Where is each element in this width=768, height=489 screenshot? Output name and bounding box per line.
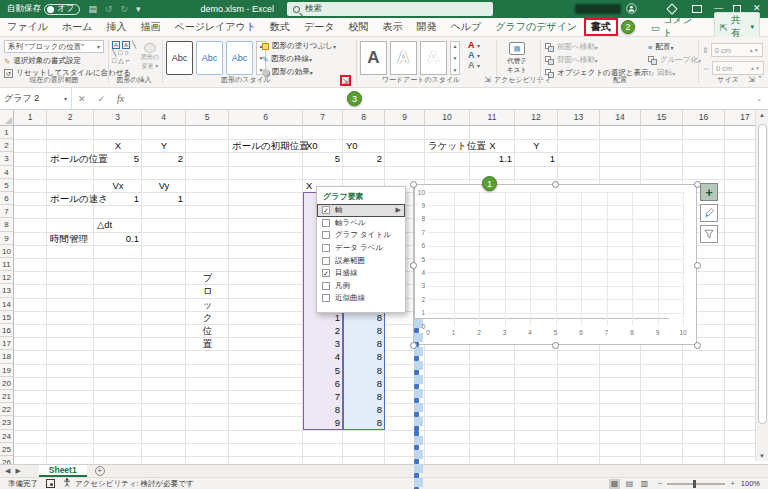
ribbon-tab-データ[interactable]: データ	[297, 18, 341, 36]
menu-item-凡例[interactable]: 凡例	[317, 280, 405, 293]
zoom-in-icon[interactable]: +	[730, 479, 734, 488]
row-header-1[interactable]: 1	[0, 126, 14, 139]
width-spinner[interactable]: 0 cm▲▼	[712, 61, 764, 75]
cell-r3c3[interactable]: 5	[94, 152, 142, 165]
selection-handle[interactable]	[694, 262, 701, 269]
textbox-vert-icon[interactable]: A	[122, 41, 130, 49]
text-outline-button[interactable]: A ▾	[468, 50, 480, 60]
cell-r16c7[interactable]: 2	[303, 324, 343, 337]
row-header-20[interactable]: 20	[0, 377, 14, 390]
cell-r6c4[interactable]: 1	[142, 192, 186, 205]
selection-handle[interactable]	[410, 342, 417, 349]
col-header-17[interactable]: 17	[725, 110, 755, 126]
row-header-6[interactable]: 6	[0, 192, 14, 205]
row-header-2[interactable]: 2	[0, 139, 14, 152]
cell-r23c8[interactable]: 8	[343, 416, 385, 429]
insert-function-icon[interactable]: fx	[117, 93, 124, 104]
cell-r2c7[interactable]: X0	[303, 139, 343, 152]
page-layout-view-icon[interactable]: ▤	[624, 479, 635, 489]
row-header-13[interactable]: 13	[0, 284, 14, 297]
cell-r2c10[interactable]: ラケット位置	[425, 139, 470, 152]
zoom-out-icon[interactable]: −	[658, 479, 662, 488]
alt-text-button[interactable]: ▤ 代替テキスト	[500, 42, 534, 75]
zoom-level[interactable]: 100%	[741, 479, 760, 488]
checkbox-unchecked[interactable]	[322, 282, 330, 290]
change-shape-button[interactable]: 図形の変更 ▾	[140, 43, 160, 71]
wordart-style-3[interactable]: A	[420, 41, 447, 75]
cell-r22c7[interactable]: 8	[303, 403, 343, 416]
rect-icon[interactable]: □	[118, 49, 122, 57]
menu-item-目盛線[interactable]: ✓目盛線	[317, 267, 405, 280]
page-break-view-icon[interactable]: ▥	[639, 479, 650, 489]
textbox-icon[interactable]: A	[112, 41, 120, 49]
cell-r2c6[interactable]: ボールの初期位置	[229, 139, 303, 152]
cell-r2c11[interactable]: X	[470, 139, 515, 152]
cell-r17c8[interactable]: 8	[343, 337, 385, 350]
vertical-scroll-thumb[interactable]	[758, 124, 767, 424]
collapse-ribbon-icon[interactable]: ⌃	[757, 75, 763, 83]
formula-input[interactable]	[130, 88, 750, 109]
col-header-12[interactable]: 12	[515, 110, 558, 126]
wordart-dialog-launcher[interactable]: ⇲	[482, 75, 493, 86]
checkbox-checked[interactable]: ✓	[322, 206, 330, 214]
redo-icon[interactable]: ↻	[120, 4, 128, 14]
col-header-13[interactable]: 13	[558, 110, 600, 126]
cell-r12c5[interactable]: ブ	[186, 271, 229, 284]
line-icon[interactable]: ╲	[132, 41, 136, 49]
ribbon-tab-描画[interactable]: 描画	[133, 18, 167, 36]
row-header-26[interactable]: 26	[0, 456, 14, 464]
menu-item-データ ラベル[interactable]: データ ラベル	[317, 242, 405, 255]
shape-style-3[interactable]: Abc	[226, 41, 253, 75]
text-effects-button[interactable]: A ▾	[468, 60, 480, 70]
row-header-12[interactable]: 12	[0, 271, 14, 284]
ribbon-tab-グラフのデザイン[interactable]: グラフのデザイン	[488, 18, 584, 36]
row-header-7[interactable]: 7	[0, 205, 14, 218]
qat-more-icon[interactable]: ▾	[136, 4, 141, 14]
cell-r6c2[interactable]: ボールの速さ	[47, 192, 94, 205]
selection-handle[interactable]	[410, 262, 417, 269]
cell-r3c2[interactable]: ボールの位置	[47, 152, 94, 165]
cell-r23c7[interactable]: 9	[303, 416, 343, 429]
shape-outline-button[interactable]: ✎図形の枠線 ▾	[262, 54, 336, 64]
row-header-16[interactable]: 16	[0, 324, 14, 337]
formula-bar-expand-icon[interactable]: ⌄	[756, 95, 762, 103]
sheet-tab-active[interactable]: Sheet1	[39, 465, 87, 477]
row-header-24[interactable]: 24	[0, 430, 14, 443]
row-header-21[interactable]: 21	[0, 390, 14, 403]
shape-fill-button[interactable]: 図形の塗りつぶし ▾	[262, 41, 336, 51]
zoom-slider[interactable]	[667, 483, 725, 485]
checkbox-unchecked[interactable]	[322, 244, 330, 252]
row-header-17[interactable]: 17	[0, 337, 14, 350]
col-header-2[interactable]: 2	[47, 110, 94, 126]
col-header-15[interactable]: 15	[641, 110, 683, 126]
cell-r19c8[interactable]: 8	[343, 364, 385, 377]
name-box[interactable]: グラフ 2▾	[0, 88, 72, 109]
wordart-scroll[interactable]: ▲▼▼	[450, 41, 460, 75]
chart-styles-button[interactable]	[700, 204, 718, 222]
oval-icon[interactable]: ○	[124, 49, 128, 57]
zoom-slider-thumb[interactable]	[693, 480, 696, 488]
accessibility-status[interactable]: アクセシビリティ: 検討が必要です	[75, 479, 194, 489]
checkbox-unchecked[interactable]	[322, 294, 330, 302]
cell-r5c3[interactable]: Vx	[94, 179, 142, 192]
cell-r20c8[interactable]: 8	[343, 377, 385, 390]
col-header-5[interactable]: 5	[186, 110, 229, 126]
cell-r18c7[interactable]: 4	[303, 350, 343, 363]
select-all-corner[interactable]	[0, 110, 14, 126]
text-fill-button[interactable]: A ▾	[468, 40, 480, 50]
ribbon-tab-数式[interactable]: 数式	[263, 18, 297, 36]
col-header-9[interactable]: 9	[385, 110, 425, 126]
cell-r20c7[interactable]: 6	[303, 377, 343, 390]
row-header-25[interactable]: 25	[0, 443, 14, 456]
line2-icon[interactable]: ╲	[112, 49, 116, 57]
col-header-1[interactable]: 1	[14, 110, 47, 126]
col-header-4[interactable]: 4	[142, 110, 186, 126]
col-header-10[interactable]: 10	[425, 110, 470, 126]
vertical-scrollbar[interactable]: ▲ ▼	[755, 110, 768, 461]
cell-r3c12[interactable]: 1	[515, 152, 558, 165]
menu-item-軸[interactable]: ✓軸▶	[317, 204, 405, 217]
cancel-icon[interactable]: ✕	[78, 94, 86, 104]
ribbon-tab-ホーム[interactable]: ホーム	[55, 18, 99, 36]
row-header-22[interactable]: 22	[0, 403, 14, 416]
selection-handle[interactable]	[410, 181, 417, 188]
